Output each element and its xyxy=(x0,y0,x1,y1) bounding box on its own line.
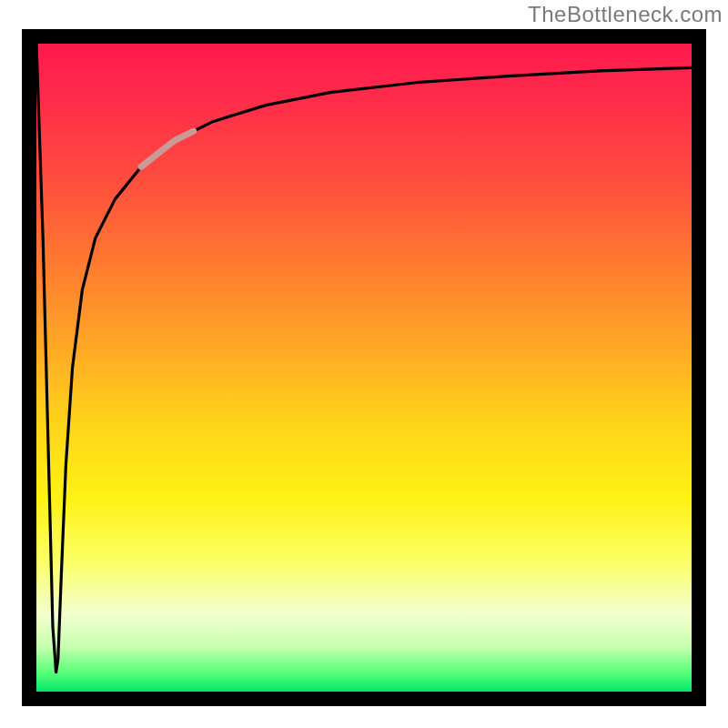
plot-area xyxy=(36,44,692,692)
highlight-segment-path xyxy=(141,131,194,167)
watermark-text: TheBottleneck.com xyxy=(528,2,723,27)
bottleneck-curve-path xyxy=(36,44,692,672)
chart-container: TheBottleneck.com xyxy=(0,0,728,728)
plot-frame xyxy=(22,29,706,706)
curve-layer xyxy=(36,44,692,692)
